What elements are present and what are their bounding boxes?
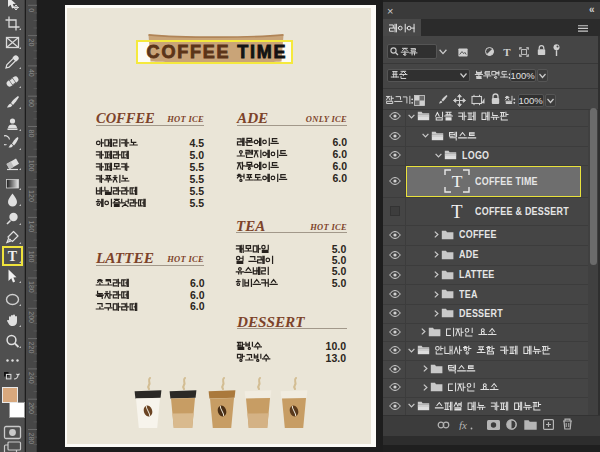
svg-text:200: 200 (28, 311, 35, 323)
svg-text:140: 140 (28, 220, 35, 232)
svg-text:0: 0 (28, 8, 35, 12)
svg-text:120: 120 (28, 190, 35, 202)
svg-text:20: 20 (28, 39, 35, 47)
svg-text:T: T (452, 171, 463, 191)
svg-text:240: 240 (28, 372, 35, 384)
svg-text:T: T (451, 202, 462, 222)
svg-text:T: T (503, 46, 511, 57)
svg-text:160: 160 (28, 251, 35, 263)
svg-text:180: 180 (28, 281, 35, 293)
svg-text:80: 80 (28, 130, 35, 138)
svg-text:100: 100 (28, 160, 35, 172)
svg-text:220: 220 (28, 342, 35, 354)
svg-text:280: 280 (28, 433, 35, 445)
svg-text:60: 60 (28, 99, 35, 107)
svg-text:fx: fx (459, 419, 467, 430)
svg-text:260: 260 (28, 402, 35, 414)
svg-text:40: 40 (28, 69, 35, 77)
